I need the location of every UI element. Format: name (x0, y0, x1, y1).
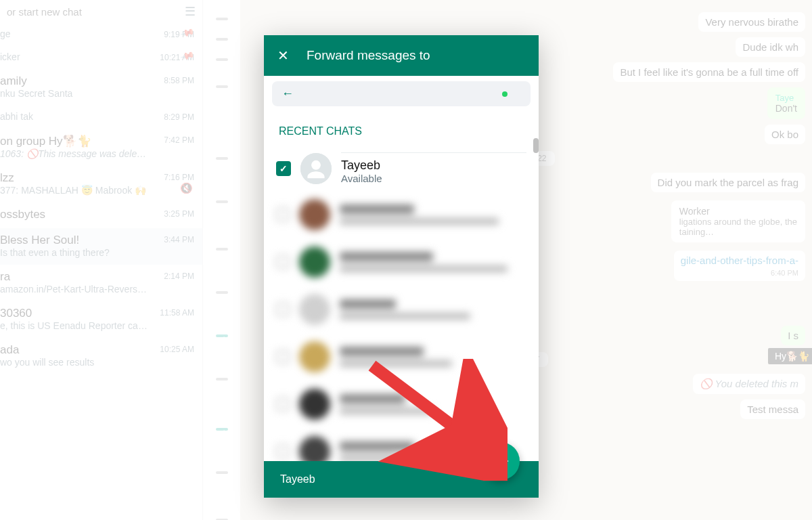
contact-name: Tayeeb (341, 158, 526, 173)
checkbox-checked-icon[interactable]: ✓ (276, 161, 291, 176)
forward-modal: ✕ Forward messages to ← RECENT CHATS ✓ T… (264, 35, 539, 498)
contact-info: Tayeeb Available (341, 152, 526, 184)
modal-title: Forward messages to (307, 48, 430, 63)
scrollbar[interactable] (533, 138, 539, 153)
contact-status: Available (341, 173, 526, 184)
send-icon (492, 452, 510, 470)
modal-search-wrap: ← (264, 76, 539, 112)
back-arrow-icon[interactable]: ← (281, 87, 294, 101)
contact-row-selected[interactable]: ✓ Tayeeb Available (264, 146, 539, 191)
modal-footer: Tayeeb (264, 461, 539, 498)
send-button[interactable] (482, 442, 520, 480)
close-icon[interactable]: ✕ (277, 47, 289, 64)
section-label: RECENT CHATS (264, 112, 539, 146)
modal-header: ✕ Forward messages to (264, 35, 539, 76)
footer-selected-name: Tayeeb (280, 473, 315, 485)
typing-indicator-icon (502, 91, 508, 97)
avatar (300, 153, 332, 184)
blurred-contact-list (264, 191, 539, 461)
modal-search-input[interactable]: ← (272, 81, 531, 106)
